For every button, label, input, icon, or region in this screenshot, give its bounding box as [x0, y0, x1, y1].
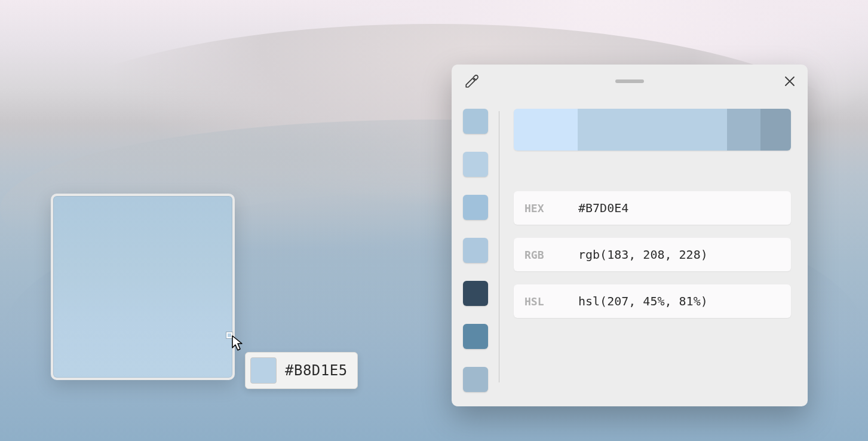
history-swatch[interactable] [463, 152, 488, 177]
color-tooltip: #B8D1E5 [245, 352, 358, 389]
drag-handle[interactable] [615, 79, 644, 83]
hsl-value: hsl(207, 45%, 81%) [578, 294, 708, 308]
panel-body: HEX #B7D0E4 RGB rgb(183, 208, 228) HSL h… [452, 98, 808, 406]
shade-swatch[interactable] [514, 109, 578, 151]
history-swatch[interactable] [463, 324, 488, 349]
rgb-value: rgb(183, 208, 228) [578, 247, 708, 262]
color-picker-panel[interactable]: HEX #B7D0E4 RGB rgb(183, 208, 228) HSL h… [452, 65, 808, 406]
target-pixel-marker [226, 332, 232, 338]
panel-header[interactable] [452, 65, 808, 98]
rgb-label: RGB [525, 249, 560, 261]
shade-swatch[interactable] [727, 109, 760, 151]
hsl-row[interactable]: HSL hsl(207, 45%, 81%) [514, 284, 791, 318]
eyedropper-button[interactable] [460, 69, 484, 93]
eyedropper-icon [464, 74, 480, 89]
history-swatch[interactable] [463, 195, 488, 220]
hex-value: #B7D0E4 [578, 201, 628, 215]
history-column [452, 98, 499, 394]
main-column: HEX #B7D0E4 RGB rgb(183, 208, 228) HSL h… [499, 98, 808, 394]
hex-label: HEX [525, 202, 560, 215]
rgb-row[interactable]: RGB rgb(183, 208, 228) [514, 238, 791, 271]
history-swatch[interactable] [463, 281, 488, 306]
history-swatch[interactable] [463, 238, 488, 263]
close-button[interactable] [778, 69, 802, 93]
magnifier-preview [51, 194, 235, 380]
history-swatch[interactable] [463, 109, 488, 134]
shade-swatch[interactable] [760, 109, 791, 151]
shades-bar[interactable] [514, 109, 791, 151]
close-icon [784, 76, 795, 87]
shade-swatch[interactable] [578, 109, 728, 151]
hsl-label: HSL [525, 295, 560, 308]
history-swatch[interactable] [463, 367, 488, 392]
tooltip-hex-value: #B8D1E5 [285, 362, 348, 379]
spacer [514, 164, 791, 178]
hex-row[interactable]: HEX #B7D0E4 [514, 191, 791, 225]
tooltip-color-swatch [250, 357, 277, 384]
